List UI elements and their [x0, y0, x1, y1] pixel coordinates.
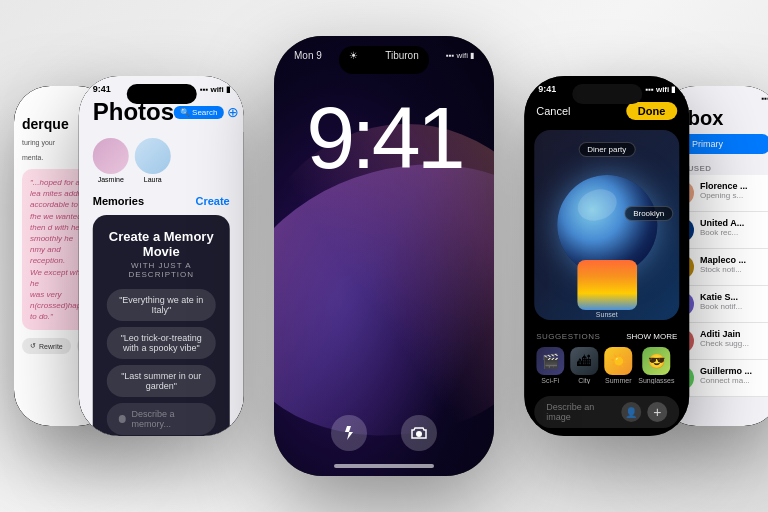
memories-create[interactable]: Create: [196, 195, 230, 207]
ig-sunset-bg: [577, 260, 637, 310]
ls-status-icons: ▪▪▪ wifi ▮: [446, 51, 474, 60]
wifi-icon: wifi: [210, 85, 223, 94]
search-button[interactable]: 🔍 Search: [174, 106, 223, 119]
chip-scifi[interactable]: 🎬 Sci-Fi: [536, 347, 564, 384]
dynamic-island-photos: [126, 84, 196, 104]
photos-avatars: Jasmine Laura: [79, 132, 244, 189]
inbox-content-aditi: Aditi Jain Check sugg...: [700, 329, 768, 348]
inbox-preview-florence: Opening s...: [700, 191, 768, 200]
inbox-content-guillermo: Guillermo ... Connect ma...: [700, 366, 768, 385]
search-label: Search: [192, 108, 217, 117]
camera-icon[interactable]: [401, 415, 437, 451]
chip-scifi-icon: 🎬: [536, 347, 564, 375]
ig-input-placeholder: Describe an image: [546, 402, 615, 422]
ig-suggestions: SUGGESTIONS SHOW MORE 🎬 Sci-Fi 🏙 City: [524, 326, 689, 390]
inbox-content-katie: Katie S... Book notif...: [700, 292, 768, 311]
flashlight-icon[interactable]: [331, 415, 367, 451]
ig-place-label: Brooklyn: [624, 206, 673, 221]
memory-prompt-2: "Leo trick-or-treating with a spooky vib…: [107, 327, 216, 359]
photos-more-icon[interactable]: ⊕: [227, 104, 239, 120]
inbox-sender-mapleco: Mapleco ...: [700, 255, 768, 265]
rewrite-button[interactable]: ↺ Rewrite: [22, 338, 71, 354]
inbox-content-united: United A... Book rec...: [700, 218, 768, 237]
inbox-status-icons: ▪▪▪: [761, 94, 768, 103]
inbox-preview-katie: Book notif...: [700, 302, 768, 311]
ig-canvas: Diner party Brooklyn Sunset: [534, 130, 679, 320]
inbox-signal: ▪▪▪: [761, 94, 768, 103]
memory-movie-subtitle: WITH JUST A DESCRIPTION: [107, 261, 216, 279]
ls-day: Mon 9: [294, 50, 322, 61]
scene: derque turing your menta. "...hoped for …: [0, 0, 768, 512]
memory-input-dot: [119, 415, 126, 423]
inbox-preview-united: Book rec...: [700, 228, 768, 237]
lockscreen-bottom-icons: [274, 415, 494, 451]
avatar-jasmine-name: Jasmine: [98, 176, 124, 183]
inbox-content-mapleco: Mapleco ... Stock noti...: [700, 255, 768, 274]
avatar-jasmine-img: [93, 138, 129, 174]
ig-sug-header: SUGGESTIONS SHOW MORE: [536, 332, 677, 341]
ig-cancel-button[interactable]: Cancel: [536, 105, 570, 117]
ig-globe-label: Diner party: [578, 142, 635, 157]
photos-time: 9:41: [93, 84, 111, 94]
chip-scifi-label: Sci-Fi: [541, 377, 559, 384]
imagegen-screen: 9:41 ▪▪▪ wifi ▮ Cancel Done Diner party …: [524, 76, 689, 436]
ls-weather: ☀: [349, 50, 358, 61]
avatar-laura[interactable]: Laura: [135, 138, 171, 183]
avatar-jasmine[interactable]: Jasmine: [93, 138, 129, 183]
memories-header: Memories Create: [93, 195, 230, 207]
memories-title: Memories: [93, 195, 144, 207]
ig-show-more[interactable]: SHOW MORE: [626, 332, 677, 341]
ig-add-icon[interactable]: +: [647, 402, 667, 422]
memory-input-placeholder: Describe a memory...: [132, 409, 204, 429]
phone-photos: 9:41 ▪▪▪ wifi ▮ Photos 🔍 Search: [79, 76, 244, 436]
inbox-sender-katie: Katie S...: [700, 292, 768, 302]
chip-sunglasses-label: Sunglasses: [638, 377, 674, 384]
memory-movie-card[interactable]: Create a Memory Movie WITH JUST A DESCRI…: [93, 215, 230, 436]
ig-sug-title: SUGGESTIONS: [536, 332, 600, 341]
phone-imagegen: 9:41 ▪▪▪ wifi ▮ Cancel Done Diner party …: [524, 76, 689, 436]
memory-prompt-3: "Last summer in our garden": [107, 365, 216, 397]
chip-summer-label: Summer: [605, 377, 631, 384]
chip-city-icon: 🏙: [570, 347, 598, 375]
inbox-sender-united: United A...: [700, 218, 768, 228]
chip-city[interactable]: 🏙 City: [570, 347, 598, 384]
memory-prompt-1: "Everything we ate in Italy": [107, 289, 216, 321]
inbox-primary-label: Primary: [692, 139, 723, 149]
ig-battery: ▮: [671, 85, 675, 94]
avatar-laura-img: [135, 138, 171, 174]
ls-signal: ▪▪▪: [446, 51, 455, 60]
lockscreen-bg: Mon 9 ☀ Tiburon ▪▪▪ wifi ▮ 9:41: [274, 36, 494, 476]
phone-center: Mon 9 ☀ Tiburon ▪▪▪ wifi ▮ 9:41: [274, 36, 494, 476]
chip-summer[interactable]: ☀️ Summer: [604, 347, 632, 384]
ig-input-bar[interactable]: Describe an image 👤 +: [534, 396, 679, 428]
memory-input-field[interactable]: Describe a memory...: [107, 403, 216, 435]
inbox-content-florence: Florence ... Opening s...: [700, 181, 768, 200]
inbox-sender-aditi: Aditi Jain: [700, 329, 768, 339]
memories-section: Memories Create Create a Memory Movie WI…: [79, 189, 244, 436]
rewrite-icon: ↺: [30, 342, 36, 350]
chip-summer-icon: ☀️: [604, 347, 632, 375]
lockscreen-time: 9:41: [274, 94, 494, 182]
chip-sunglasses-icon: 😎: [642, 347, 670, 375]
ig-status-icons: ▪▪▪ wifi ▮: [645, 84, 675, 94]
chip-sunglasses[interactable]: 😎 Sunglasses: [638, 347, 674, 384]
ig-person-icon[interactable]: 👤: [621, 402, 641, 422]
ig-wifi: wifi: [656, 85, 669, 94]
avatar-laura-name: Laura: [144, 176, 162, 183]
search-icon: 🔍: [180, 108, 190, 117]
inbox-preview-aditi: Check sugg...: [700, 339, 768, 348]
ig-done-button[interactable]: Done: [626, 102, 678, 120]
rewrite-label: Rewrite: [39, 343, 63, 350]
dynamic-island-imagegen: [572, 84, 642, 104]
inbox-preview-guillermo: Connect ma...: [700, 376, 768, 385]
inbox-sender-guillermo: Guillermo ...: [700, 366, 768, 376]
ig-signal: ▪▪▪: [645, 85, 654, 94]
lockscreen-status-bar: Mon 9 ☀ Tiburon ▪▪▪ wifi ▮: [274, 50, 494, 61]
ig-chips-list: 🎬 Sci-Fi 🏙 City ☀️ Summer 😎: [536, 347, 677, 384]
inbox-preview-mapleco: Stock noti...: [700, 265, 768, 274]
lockscreen-home-bar: [334, 464, 434, 468]
ls-battery: ▮: [470, 51, 474, 60]
photos-screen: 9:41 ▪▪▪ wifi ▮ Photos 🔍 Search: [79, 76, 244, 436]
lockscreen: Mon 9 ☀ Tiburon ▪▪▪ wifi ▮ 9:41: [274, 36, 494, 476]
inbox-sender-florence: Florence ...: [700, 181, 768, 191]
